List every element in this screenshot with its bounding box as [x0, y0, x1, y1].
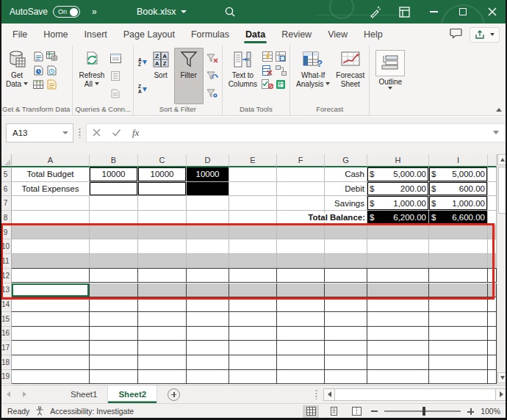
remove-duplicates-icon[interactable]	[261, 64, 274, 76]
next-sheet-button[interactable]	[16, 391, 32, 397]
column-header-F[interactable]: F	[277, 154, 325, 167]
cell-D9[interactable]	[187, 225, 229, 240]
cell-I15[interactable]	[429, 312, 488, 327]
tab-file[interactable]: File	[4, 23, 35, 46]
cell-B11[interactable]	[90, 254, 138, 269]
cell-F19[interactable]	[277, 370, 325, 385]
cell-D7[interactable]	[187, 196, 229, 211]
row-header-7[interactable]: 7	[0, 196, 12, 211]
cell-E17[interactable]	[229, 341, 277, 355]
row-header-8[interactable]: 8	[0, 211, 12, 225]
cell-C12[interactable]	[138, 268, 187, 283]
cell-C10[interactable]	[138, 239, 187, 254]
tab-insert[interactable]: Insert	[76, 23, 115, 46]
cell-G8[interactable]: Total Balance:	[325, 211, 367, 225]
cell-C14[interactable]	[138, 297, 187, 312]
cell-F18[interactable]	[277, 355, 325, 370]
collapse-ribbon-button[interactable]	[496, 108, 502, 112]
cell-I10[interactable]	[429, 239, 488, 254]
cell-I12[interactable]	[429, 268, 488, 283]
flash-fill-icon[interactable]	[261, 50, 274, 62]
cell-A10[interactable]	[12, 239, 90, 254]
cell-B9[interactable]	[90, 225, 138, 240]
zoom-in-button[interactable]	[467, 408, 474, 415]
maximize-button[interactable]	[448, 0, 478, 23]
column-header-B[interactable]: B	[90, 154, 138, 167]
cell-B13[interactable]	[90, 283, 138, 298]
cell-F10[interactable]	[277, 239, 325, 254]
cell-I14[interactable]	[429, 297, 488, 312]
recent-sources-icon[interactable]	[32, 64, 45, 76]
cell-F7[interactable]	[277, 196, 325, 211]
outline-button[interactable]: Outline	[373, 48, 407, 115]
forecast-sheet-button[interactable]: Forecast Sheet	[334, 48, 367, 104]
cell-D14[interactable]	[187, 297, 229, 312]
page-layout-view-button[interactable]	[326, 405, 342, 418]
cell-I5[interactable]: $5,000.00	[429, 167, 488, 182]
cell-C9[interactable]	[138, 225, 187, 240]
cell-F17[interactable]	[277, 341, 325, 355]
cell-I9[interactable]	[429, 225, 488, 240]
cell-G11[interactable]	[325, 254, 367, 269]
cell-C7[interactable]	[138, 196, 187, 211]
queries-connections-icon[interactable]	[109, 52, 122, 65]
row-header-19[interactable]: 19	[0, 370, 12, 385]
cell-H12[interactable]	[367, 268, 429, 283]
cell-H13[interactable]	[367, 283, 429, 298]
cell-E13[interactable]	[229, 283, 277, 298]
expand-formula-bar-button[interactable]	[493, 131, 499, 134]
cell-B10[interactable]	[90, 239, 138, 254]
cell-F11[interactable]	[277, 254, 325, 269]
tab-help[interactable]: Help	[356, 23, 391, 46]
tab-formulas[interactable]: Formulas	[183, 23, 237, 46]
cell-I18[interactable]	[429, 355, 488, 370]
row-header-5[interactable]: 5	[0, 167, 12, 182]
cell-C6[interactable]	[138, 182, 187, 197]
cell-H18[interactable]	[367, 355, 429, 370]
scroll-right-button[interactable]	[495, 388, 507, 401]
cell-H9[interactable]	[367, 225, 429, 240]
cell-D15[interactable]	[187, 312, 229, 327]
filter-button[interactable]: Filter	[174, 48, 204, 104]
cell-G6[interactable]: Debit	[325, 182, 367, 197]
cell-E18[interactable]	[229, 355, 277, 370]
cell-A19[interactable]	[12, 370, 90, 385]
column-header-D[interactable]: D	[187, 154, 229, 167]
cell-I16[interactable]	[429, 327, 488, 341]
cell-F13[interactable]	[277, 283, 325, 298]
zoom-slider[interactable]	[384, 410, 461, 412]
cell-G13[interactable]	[325, 283, 367, 298]
cell-I8[interactable]: $6,600.00	[429, 211, 488, 225]
minimize-button[interactable]	[419, 0, 448, 23]
advanced-filter-icon[interactable]	[206, 87, 219, 100]
search-button[interactable]	[224, 6, 236, 20]
cell-E12[interactable]	[229, 268, 277, 283]
sheet-tab-sheet1[interactable]: Sheet1	[60, 385, 108, 403]
previous-sheet-button[interactable]	[0, 391, 16, 397]
cell-D8[interactable]	[187, 211, 229, 225]
cell-I7[interactable]: $1,000.00	[429, 196, 488, 211]
cell-G5[interactable]: Cash	[325, 167, 367, 182]
data-validation-icon[interactable]	[261, 78, 274, 90]
cell-D16[interactable]	[187, 327, 229, 341]
cell-D10[interactable]	[187, 239, 229, 254]
cell-A16[interactable]	[12, 327, 90, 341]
reapply-filter-icon[interactable]	[206, 70, 219, 82]
cell-E8[interactable]	[229, 211, 277, 225]
tab-page-layout[interactable]: Page Layout	[115, 23, 183, 46]
cell-E14[interactable]	[229, 297, 277, 312]
cell-B5[interactable]: 10000	[90, 167, 138, 182]
cell-H11[interactable]	[367, 254, 429, 269]
cell-G10[interactable]	[325, 239, 367, 254]
cell-B16[interactable]	[90, 327, 138, 341]
column-header-E[interactable]: E	[229, 154, 277, 167]
cell-F9[interactable]	[277, 225, 325, 240]
comments-button[interactable]	[450, 28, 462, 41]
cell-D19[interactable]	[187, 370, 229, 385]
cell-A9[interactable]	[12, 225, 90, 240]
cell-E11[interactable]	[229, 254, 277, 269]
row-header-11[interactable]: 11	[0, 254, 12, 269]
from-web-icon[interactable]	[45, 78, 58, 90]
cell-D18[interactable]	[187, 355, 229, 370]
row-header-17[interactable]: 17	[0, 341, 12, 355]
